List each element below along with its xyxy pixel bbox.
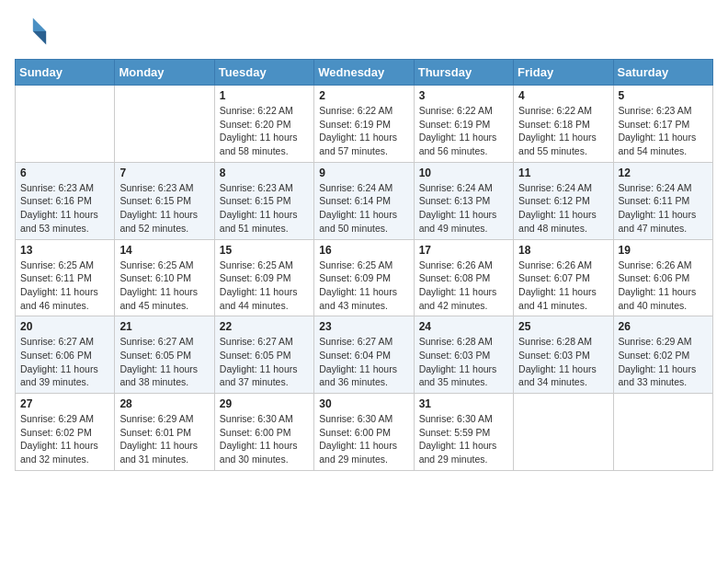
day-number: 20 [20, 320, 109, 333]
day-number: 24 [419, 320, 508, 333]
day-number: 6 [20, 167, 109, 179]
day-number: 31 [419, 397, 508, 410]
calendar-cell: 3Sunrise: 6:22 AMSunset: 6:19 PMDaylight… [414, 86, 513, 163]
day-number: 14 [119, 244, 209, 257]
day-info: Sunrise: 6:22 AMSunset: 6:19 PMDaylight:… [319, 104, 408, 158]
day-info: Sunrise: 6:23 AMSunset: 6:17 PMDaylight:… [619, 104, 708, 158]
calendar-cell: 20Sunrise: 6:27 AMSunset: 6:06 PMDayligh… [16, 316, 115, 394]
day-info: Sunrise: 6:27 AMSunset: 6:05 PMDaylight:… [119, 335, 209, 389]
day-info: Sunrise: 6:23 AMSunset: 6:15 PMDaylight:… [119, 181, 209, 236]
day-info: Sunrise: 6:24 AMSunset: 6:11 PMDaylight:… [619, 181, 708, 236]
page-header [15, 15, 713, 48]
calendar-cell: 21Sunrise: 6:27 AMSunset: 6:05 PMDayligh… [115, 316, 214, 394]
day-info: Sunrise: 6:29 AMSunset: 6:02 PMDaylight:… [619, 335, 708, 389]
day-number: 9 [319, 167, 408, 179]
calendar-cell: 7Sunrise: 6:23 AMSunset: 6:15 PMDaylight… [115, 162, 214, 239]
calendar-cell: 11Sunrise: 6:24 AMSunset: 6:12 PMDayligh… [514, 162, 613, 239]
day-number: 7 [119, 167, 209, 179]
calendar-week-4: 20Sunrise: 6:27 AMSunset: 6:06 PMDayligh… [16, 316, 713, 394]
calendar-cell: 23Sunrise: 6:27 AMSunset: 6:04 PMDayligh… [314, 316, 414, 394]
calendar-cell: 4Sunrise: 6:22 AMSunset: 6:18 PMDaylight… [514, 86, 613, 163]
calendar-cell: 29Sunrise: 6:30 AMSunset: 6:00 PMDayligh… [214, 394, 313, 471]
calendar-cell [16, 86, 115, 163]
day-number: 27 [20, 397, 109, 410]
day-info: Sunrise: 6:22 AMSunset: 6:20 PMDaylight:… [220, 104, 309, 158]
calendar-cell: 19Sunrise: 6:26 AMSunset: 6:06 PMDayligh… [613, 239, 712, 316]
calendar-cell [514, 394, 613, 471]
day-info: Sunrise: 6:26 AMSunset: 6:08 PMDaylight:… [419, 259, 508, 313]
calendar-cell: 2Sunrise: 6:22 AMSunset: 6:19 PMDaylight… [314, 86, 414, 163]
calendar-cell: 1Sunrise: 6:22 AMSunset: 6:20 PMDaylight… [214, 86, 313, 163]
calendar-week-1: 1Sunrise: 6:22 AMSunset: 6:20 PMDaylight… [16, 86, 713, 163]
calendar-cell [613, 394, 712, 471]
weekday-header-sunday: Sunday [16, 60, 115, 86]
day-number: 15 [220, 244, 309, 257]
calendar-cell: 5Sunrise: 6:23 AMSunset: 6:17 PMDaylight… [613, 86, 712, 163]
weekday-header-wednesday: Wednesday [314, 60, 414, 86]
day-info: Sunrise: 6:25 AMSunset: 6:09 PMDaylight:… [220, 259, 309, 313]
day-info: Sunrise: 6:24 AMSunset: 6:12 PMDaylight:… [518, 181, 608, 236]
day-info: Sunrise: 6:28 AMSunset: 6:03 PMDaylight:… [518, 335, 608, 389]
day-info: Sunrise: 6:24 AMSunset: 6:13 PMDaylight:… [419, 181, 508, 236]
day-number: 12 [619, 167, 708, 179]
day-number: 16 [319, 244, 408, 257]
calendar-cell: 14Sunrise: 6:25 AMSunset: 6:10 PMDayligh… [115, 239, 214, 316]
day-number: 21 [119, 320, 209, 333]
logo [15, 15, 53, 48]
calendar-table: SundayMondayTuesdayWednesdayThursdayFrid… [15, 59, 713, 471]
calendar-cell: 9Sunrise: 6:24 AMSunset: 6:14 PMDaylight… [314, 162, 414, 239]
day-info: Sunrise: 6:22 AMSunset: 6:18 PMDaylight:… [518, 104, 608, 158]
calendar-cell: 16Sunrise: 6:25 AMSunset: 6:09 PMDayligh… [314, 239, 414, 316]
calendar-week-2: 6Sunrise: 6:23 AMSunset: 6:16 PMDaylight… [16, 162, 713, 239]
day-info: Sunrise: 6:30 AMSunset: 6:00 PMDaylight:… [319, 412, 408, 466]
day-info: Sunrise: 6:26 AMSunset: 6:07 PMDaylight:… [518, 259, 608, 313]
day-number: 22 [220, 320, 309, 333]
calendar-cell [115, 86, 214, 163]
day-number: 13 [20, 244, 109, 257]
day-number: 29 [220, 397, 309, 410]
calendar-cell: 24Sunrise: 6:28 AMSunset: 6:03 PMDayligh… [414, 316, 513, 394]
svg-marker-1 [33, 31, 46, 44]
weekday-header-saturday: Saturday [613, 60, 712, 86]
day-info: Sunrise: 6:25 AMSunset: 6:10 PMDaylight:… [119, 259, 209, 313]
weekday-header-friday: Friday [514, 60, 613, 86]
day-info: Sunrise: 6:23 AMSunset: 6:16 PMDaylight:… [20, 181, 109, 236]
day-number: 10 [419, 167, 508, 179]
calendar-cell: 28Sunrise: 6:29 AMSunset: 6:01 PMDayligh… [115, 394, 214, 471]
day-info: Sunrise: 6:26 AMSunset: 6:06 PMDaylight:… [619, 259, 708, 313]
calendar-cell: 10Sunrise: 6:24 AMSunset: 6:13 PMDayligh… [414, 162, 513, 239]
day-number: 26 [619, 320, 708, 333]
day-info: Sunrise: 6:25 AMSunset: 6:11 PMDaylight:… [20, 259, 109, 313]
day-number: 11 [518, 167, 608, 179]
calendar-cell: 6Sunrise: 6:23 AMSunset: 6:16 PMDaylight… [16, 162, 115, 239]
day-number: 5 [619, 89, 708, 102]
day-info: Sunrise: 6:29 AMSunset: 6:02 PMDaylight:… [20, 412, 109, 466]
day-number: 2 [319, 89, 408, 102]
day-number: 17 [419, 244, 508, 257]
calendar-cell: 25Sunrise: 6:28 AMSunset: 6:03 PMDayligh… [514, 316, 613, 394]
calendar-cell: 15Sunrise: 6:25 AMSunset: 6:09 PMDayligh… [214, 239, 313, 316]
calendar-cell: 18Sunrise: 6:26 AMSunset: 6:07 PMDayligh… [514, 239, 613, 316]
calendar-cell: 12Sunrise: 6:24 AMSunset: 6:11 PMDayligh… [613, 162, 712, 239]
day-info: Sunrise: 6:27 AMSunset: 6:05 PMDaylight:… [220, 335, 309, 389]
calendar-week-3: 13Sunrise: 6:25 AMSunset: 6:11 PMDayligh… [16, 239, 713, 316]
day-info: Sunrise: 6:22 AMSunset: 6:19 PMDaylight:… [419, 104, 508, 158]
day-info: Sunrise: 6:23 AMSunset: 6:15 PMDaylight:… [220, 181, 309, 236]
day-number: 3 [419, 89, 508, 102]
calendar-header-row: SundayMondayTuesdayWednesdayThursdayFrid… [16, 60, 713, 86]
day-number: 1 [220, 89, 309, 102]
day-info: Sunrise: 6:24 AMSunset: 6:14 PMDaylight:… [319, 181, 408, 236]
day-info: Sunrise: 6:30 AMSunset: 5:59 PMDaylight:… [419, 412, 508, 466]
day-info: Sunrise: 6:27 AMSunset: 6:04 PMDaylight:… [319, 335, 408, 389]
day-number: 23 [319, 320, 408, 333]
day-number: 28 [119, 397, 209, 410]
day-info: Sunrise: 6:25 AMSunset: 6:09 PMDaylight:… [319, 259, 408, 313]
calendar-cell: 31Sunrise: 6:30 AMSunset: 5:59 PMDayligh… [414, 394, 513, 471]
day-number: 30 [319, 397, 408, 410]
weekday-header-monday: Monday [115, 60, 214, 86]
calendar-cell: 22Sunrise: 6:27 AMSunset: 6:05 PMDayligh… [214, 316, 313, 394]
day-info: Sunrise: 6:27 AMSunset: 6:06 PMDaylight:… [20, 335, 109, 389]
calendar-week-5: 27Sunrise: 6:29 AMSunset: 6:02 PMDayligh… [16, 394, 713, 471]
calendar-cell: 30Sunrise: 6:30 AMSunset: 6:00 PMDayligh… [314, 394, 414, 471]
day-number: 19 [619, 244, 708, 257]
